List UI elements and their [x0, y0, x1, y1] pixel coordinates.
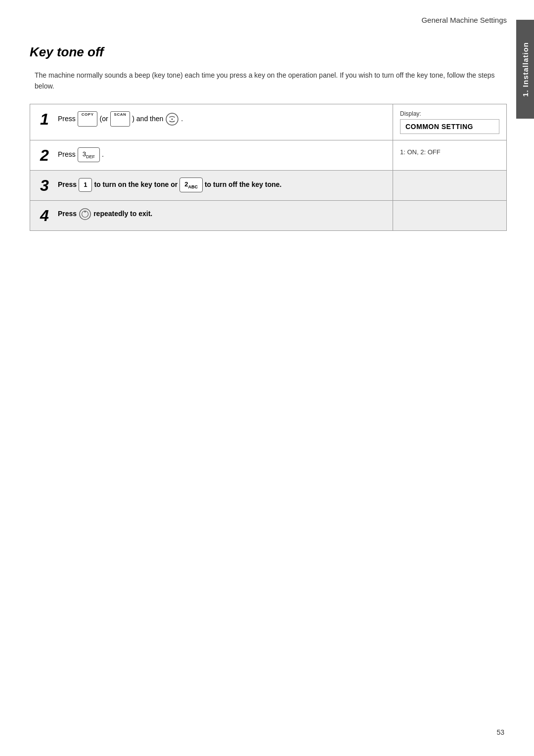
- page-number: 53: [496, 728, 504, 736]
- step-3-left: 3 Press 1 to turn on the key tone or 2AB…: [30, 171, 393, 200]
- step1-or: (or: [99, 113, 108, 125]
- step3-key2: 2ABC: [179, 178, 203, 192]
- svg-point-4: [85, 211, 86, 213]
- step3-press: Press: [58, 179, 77, 191]
- step-1-row: 1 Press COPY (or SCAN: [30, 104, 506, 140]
- step3-key1: 1: [79, 178, 92, 192]
- step-1-right: Display: COMMON SETTING: [393, 104, 506, 140]
- step-3-row: 3 Press 1 to turn on the key tone or 2AB…: [30, 171, 506, 201]
- step2-period: .: [102, 149, 104, 161]
- step-3-number: 3: [40, 178, 54, 193]
- scan-key: SCAN: [110, 111, 131, 127]
- intro-text: The machine normally sounds a beep (key …: [35, 70, 507, 92]
- header-title: General Machine Settings: [421, 16, 507, 24]
- step-2-number: 2: [40, 147, 54, 163]
- steps-container: 1 Press COPY (or SCAN: [30, 104, 507, 231]
- step-1-display-label: Display:: [400, 110, 499, 117]
- step2-key: 3DEF: [78, 147, 100, 162]
- step1-period: .: [181, 113, 183, 125]
- step-2-body: Press 3DEF .: [58, 147, 104, 162]
- step-3-body: Press 1 to turn on the key tone or 2ABC …: [58, 178, 281, 192]
- step-4-row: 4 Press repeatedly to exit.: [30, 201, 506, 230]
- step-4-body: Press repeatedly to exit.: [58, 208, 152, 221]
- scan-key-label: SCAN: [114, 112, 127, 117]
- step1-and-then: ) and then: [132, 113, 163, 125]
- step-1-body: Press COPY (or SCAN ) and then: [58, 111, 183, 127]
- step3-key2-label: 2ABC: [184, 179, 198, 191]
- copy-key: COPY: [78, 111, 98, 127]
- step-1-display-value: COMMON SETTING: [400, 119, 499, 134]
- svg-point-1: [172, 118, 173, 120]
- step4-press: Press: [58, 208, 77, 220]
- step-2-row: 2 Press 3DEF . 1: ON, 2: OFF: [30, 140, 506, 171]
- step3-middle: to turn on the key tone or: [94, 179, 178, 191]
- step2-press: Press: [58, 149, 76, 161]
- step2-key-sub: DEF: [86, 154, 95, 159]
- step-4-right: [393, 201, 506, 230]
- step3-end: to turn off the key tone.: [205, 179, 282, 191]
- step2-key-label: 3DEF: [83, 149, 95, 161]
- copy-key-label: COPY: [82, 112, 94, 117]
- step-3-right: [393, 171, 506, 200]
- step1-press: Press: [58, 113, 76, 125]
- page: 1. Installation General Machine Settings…: [0, 0, 534, 756]
- step-2-left: 2 Press 3DEF .: [30, 140, 393, 170]
- side-tab-label: 1. Installation: [521, 42, 530, 97]
- step-2-right: 1: ON, 2: OFF: [393, 140, 506, 170]
- step-1-number: 1: [40, 111, 54, 127]
- step4-end: repeatedly to exit.: [93, 208, 152, 220]
- page-title: Key tone off: [30, 44, 507, 60]
- main-content: Key tone off The machine normally sounds…: [30, 40, 507, 231]
- side-tab: 1. Installation: [516, 20, 534, 119]
- step-4-number: 4: [40, 208, 54, 223]
- step-2-display-value: 1: ON, 2: OFF: [400, 146, 499, 158]
- step3-key1-label: 1: [84, 179, 87, 190]
- step-1-left: 1 Press COPY (or SCAN: [30, 104, 393, 140]
- step-4-left: 4 Press repeatedly to exit.: [30, 201, 393, 230]
- svg-point-2: [80, 209, 90, 220]
- menu-icon: [165, 112, 179, 126]
- stop-key-icon: [79, 208, 91, 221]
- step3-key2-sub: ABC: [188, 184, 198, 189]
